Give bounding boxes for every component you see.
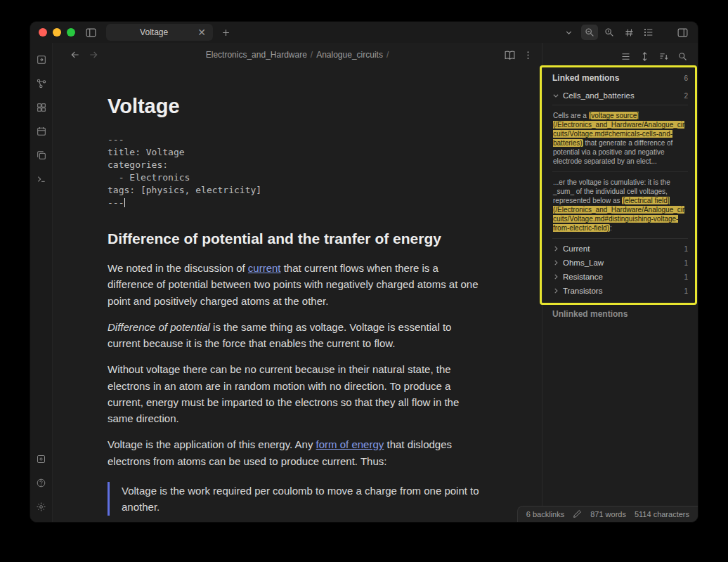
templates-copy-icon[interactable]: [34, 148, 48, 162]
frontmatter-line: title: Voltage: [108, 147, 185, 157]
zoom-window-button[interactable]: [67, 28, 75, 37]
tab-close-icon[interactable]: ✕: [196, 27, 207, 37]
emphasis-text: Difference of potential: [108, 321, 210, 333]
backlink-group-transistors[interactable]: Transistors 1: [552, 284, 688, 298]
breadcrumb-item-1[interactable]: Electronics_and_Hardware: [206, 50, 307, 60]
note-title: Voltage: [108, 91, 487, 122]
breadcrumb: Electronics_and_Hardware / Analogue_circ…: [206, 50, 389, 60]
new-tab-button[interactable]: [217, 25, 234, 40]
result-text: :: [610, 224, 612, 232]
chevron-right-icon: [552, 287, 559, 294]
frontmatter-line: ---: [108, 134, 124, 145]
help-icon[interactable]: [34, 476, 48, 490]
chevron-right-icon: [552, 245, 559, 252]
left-sidebar-toggle-icon[interactable]: [82, 25, 99, 40]
editor-content[interactable]: Voltage --- title: Voltage categories: -…: [53, 67, 542, 522]
right-sidebar-toggle-icon[interactable]: [674, 25, 691, 40]
settings-gear-icon[interactable]: [34, 499, 48, 514]
main-pane: Electronics_and_Hardware / Analogue_circ…: [53, 43, 542, 522]
breadcrumb-item-2[interactable]: Analogue_circuits: [316, 50, 383, 60]
backlink-group-name: Cells_and_batteries: [563, 91, 635, 100]
linked-mentions-header[interactable]: Linked mentions 6: [552, 70, 688, 89]
sort-order-icon[interactable]: [658, 51, 669, 62]
paragraph-2: Difference of potential is the same thin…: [108, 319, 487, 352]
graph-view-icon[interactable]: [34, 77, 48, 91]
frontmatter-line: tags: [physics, electricity]: [108, 185, 261, 195]
breadcrumb-separator: /: [386, 50, 389, 60]
breadcrumb-separator: /: [311, 50, 313, 60]
paragraph-text: Voltage is the application of this energ…: [108, 438, 316, 450]
ribbon-bottom: [34, 452, 48, 514]
status-backlinks[interactable]: 6 backlinks: [526, 510, 564, 518]
paragraph-text: We noted in the discussion of: [108, 262, 248, 274]
backlink-group-count: 1: [684, 245, 688, 253]
linked-mentions-title: Linked mentions: [552, 73, 619, 83]
backlinks-panel: Linked mentions 6 Cells_and_batteries 2 …: [542, 43, 698, 522]
hash-icon[interactable]: [620, 25, 637, 40]
vault-switcher-icon[interactable]: [34, 452, 48, 466]
backlink-group-count: 1: [684, 287, 688, 295]
canvas-icon[interactable]: [34, 100, 48, 115]
paragraph-4: Voltage is the application of this energ…: [108, 436, 487, 469]
internal-link-current[interactable]: current: [248, 262, 281, 274]
chevron-down-icon: [552, 92, 559, 99]
paragraph-3: Without voltage there can be no current …: [108, 361, 487, 426]
backlinks-panel-toolbar: [552, 47, 688, 70]
edit-pencil-icon[interactable]: [573, 509, 582, 518]
backlink-group-count: 1: [684, 273, 688, 281]
backlink-group-name: Resistance: [563, 273, 603, 281]
backlink-search-icon[interactable]: [677, 51, 688, 62]
frontmatter-block[interactable]: --- title: Voltage categories: - Electro…: [108, 133, 487, 209]
screen: Voltage ✕: [0, 0, 728, 562]
search-link-icon[interactable]: [581, 25, 598, 40]
unlinked-mentions-header[interactable]: Unlinked mentions: [552, 309, 688, 319]
backlink-result-2[interactable]: ...er the voltage is cumulative: it is t…: [552, 172, 688, 239]
section-heading-1: Difference of potential and the tranfer …: [108, 228, 487, 251]
expand-collapse-icon[interactable]: [639, 51, 650, 62]
backlink-group-ohms-law[interactable]: Ohms_Law 1: [552, 256, 688, 270]
linked-mentions-count: 6: [684, 74, 688, 82]
backlink-group-name: Current: [563, 244, 590, 253]
titlebar: Voltage ✕: [30, 22, 698, 43]
search-icon[interactable]: [601, 25, 618, 40]
blockquote: Voltage is the work required per coulomb…: [108, 482, 487, 516]
backlink-group-count: 2: [684, 92, 688, 100]
backlink-results: Cells are a [voltage source](/Electronic…: [552, 105, 688, 239]
bullet-list-icon[interactable]: [640, 25, 657, 40]
tab-list-chevron-icon[interactable]: [560, 25, 577, 40]
quick-switcher-icon[interactable]: [34, 53, 48, 67]
more-options-icon[interactable]: [523, 50, 533, 60]
tab-voltage[interactable]: Voltage ✕: [106, 24, 213, 41]
traffic-lights: [39, 28, 75, 37]
tab-title: Voltage: [112, 27, 196, 37]
backlink-group-cells-and-batteries[interactable]: Cells_and_batteries 2: [552, 89, 688, 103]
backlink-group-name: Ohms_Law: [563, 259, 604, 267]
back-arrow-icon[interactable]: [70, 49, 81, 60]
app-window: Voltage ✕: [30, 21, 698, 523]
titlebar-icon-group: [581, 25, 657, 40]
backlink-result-1[interactable]: Cells are a [voltage source](/Electronic…: [552, 105, 688, 172]
status-word-count[interactable]: 871 words: [590, 510, 626, 518]
close-window-button[interactable]: [39, 28, 47, 37]
backlink-group-name: Transistors: [563, 287, 602, 295]
backlink-group-current[interactable]: Current 1: [552, 242, 688, 256]
command-palette-icon[interactable]: [34, 172, 48, 186]
backlink-list-icon[interactable]: [620, 51, 631, 62]
daily-note-calendar-icon[interactable]: [34, 124, 48, 138]
forward-arrow-icon[interactable]: [88, 49, 99, 60]
chevron-right-icon: [552, 259, 559, 266]
backlink-group-resistance[interactable]: Resistance 1: [552, 270, 688, 284]
result-text: Cells are a: [553, 112, 589, 119]
reading-view-icon[interactable]: [504, 49, 516, 61]
view-header: Electronics_and_Hardware / Analogue_circ…: [53, 43, 542, 67]
nav-arrows: [70, 49, 99, 60]
backlink-group-count: 1: [684, 259, 688, 267]
view-header-actions: [504, 49, 533, 61]
status-character-count[interactable]: 5114 characters: [635, 510, 689, 518]
minimize-window-button[interactable]: [53, 28, 61, 37]
text-cursor: [124, 198, 125, 207]
status-bar: 6 backlinks 871 words 5114 characters: [517, 506, 698, 522]
frontmatter-line: categories:: [108, 159, 168, 170]
internal-link-form-of-energy[interactable]: form of energy: [316, 438, 384, 450]
app-body: Electronics_and_Hardware / Analogue_circ…: [30, 43, 698, 522]
